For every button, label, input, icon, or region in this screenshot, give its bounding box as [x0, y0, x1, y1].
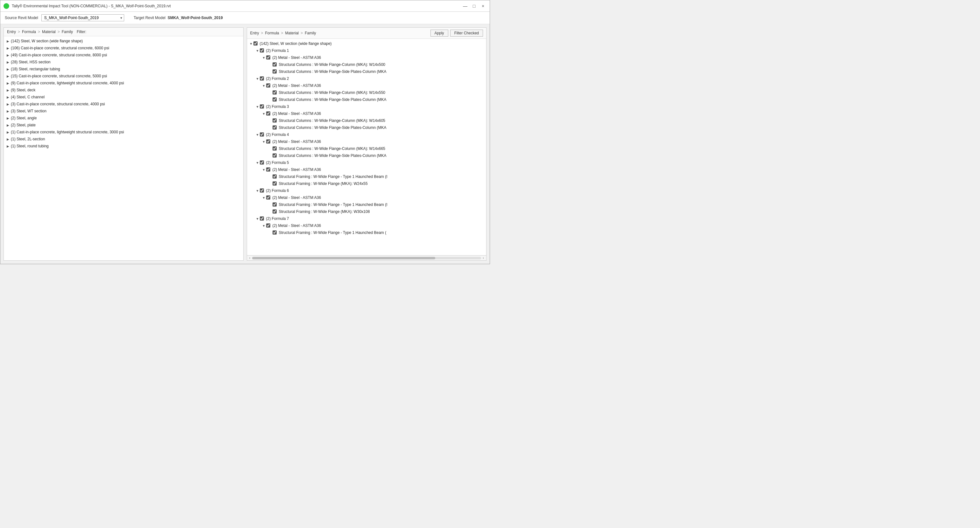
list-item[interactable]: ▼(2) Formula 2 [247, 75, 487, 82]
tree-arrow-icon[interactable]: ▶ [6, 66, 10, 72]
horizontal-scrollbar[interactable]: ‹ › [247, 255, 487, 260]
list-item[interactable]: ▼(2) Metal - Steel - ASTM A36 [247, 82, 487, 89]
tree-checkbox[interactable] [260, 188, 264, 192]
scroll-left-arrow[interactable]: ‹ [248, 256, 252, 260]
list-item[interactable]: ▼(2) Formula 4 [247, 131, 487, 138]
list-item[interactable]: ▶(4) Steel, C channel [4, 94, 243, 100]
tree-arrow-icon[interactable]: ▶ [6, 94, 10, 100]
tree-checkbox[interactable] [272, 62, 277, 67]
tree-checkbox[interactable] [272, 69, 277, 73]
list-item[interactable]: ▼(2) Metal - Steel - ASTM A36 [247, 166, 487, 173]
tree-arrow-icon[interactable]: ▼ [262, 111, 266, 116]
tree-checkbox[interactable] [266, 167, 270, 172]
list-item[interactable]: Structural Framing : W-Wide Flange - Typ… [247, 229, 487, 236]
tree-arrow-icon[interactable]: ▶ [6, 73, 10, 79]
list-item[interactable]: Structural Framing : W-Wide Flange - Typ… [247, 201, 487, 208]
list-item[interactable]: ▼(2) Metal - Steel - ASTM A36 [247, 194, 487, 201]
list-item[interactable]: Structural Framing : W-Wide Flange - Typ… [247, 173, 487, 180]
source-model-dropdown[interactable]: S_MKA_Wolf-Point-South_2019 [41, 14, 124, 21]
tree-arrow-icon[interactable]: ▶ [6, 136, 10, 142]
tree-arrow-icon[interactable]: ▶ [6, 122, 10, 128]
tree-checkbox[interactable] [272, 210, 277, 213]
tree-arrow-icon[interactable]: ▼ [255, 160, 260, 165]
tree-arrow-icon[interactable]: ▶ [6, 52, 10, 58]
tree-checkbox[interactable] [272, 97, 277, 102]
list-item[interactable]: Structural Columns : W-Wide Flange-Side … [247, 96, 487, 103]
list-item[interactable]: ▼(142) Steel, W section (wide flange sha… [247, 40, 487, 47]
tree-checkbox[interactable] [260, 216, 264, 221]
list-item[interactable]: ▼(2) Metal - Steel - ASTM A36 [247, 222, 487, 229]
tree-arrow-icon[interactable]: ▼ [255, 104, 260, 110]
close-button[interactable]: × [479, 3, 487, 10]
list-item[interactable]: Structural Columns : W-Wide Flange-Colum… [247, 89, 487, 96]
tree-arrow-icon[interactable]: ▶ [6, 45, 10, 51]
tree-arrow-icon[interactable]: ▼ [262, 195, 266, 200]
tree-arrow-icon[interactable]: ▼ [255, 216, 260, 221]
tree-arrow-icon[interactable]: ▼ [255, 48, 260, 54]
list-item[interactable]: ▶(3) Steel, WT section [4, 108, 243, 115]
apply-button[interactable]: Apply [430, 30, 448, 37]
list-item[interactable]: ▶(28) Steel, HSS section [4, 59, 243, 65]
tree-arrow-icon[interactable]: ▼ [262, 55, 266, 60]
tree-checkbox[interactable] [260, 48, 264, 52]
tree-checkbox[interactable] [266, 139, 270, 143]
scrollbar-track[interactable] [252, 257, 481, 259]
tree-checkbox[interactable] [272, 91, 277, 94]
list-item[interactable]: ▶(142) Steel, W section (wide flange sha… [4, 38, 243, 45]
tree-arrow-icon[interactable]: ▼ [262, 139, 266, 145]
maximize-button[interactable]: □ [471, 3, 477, 10]
list-item[interactable]: ▼(2) Metal - Steel - ASTM A36 [247, 138, 487, 145]
list-item[interactable]: ▼(2) Formula 1 [247, 47, 487, 54]
tree-checkbox[interactable] [260, 76, 264, 81]
scroll-right-arrow[interactable]: › [481, 256, 485, 260]
list-item[interactable]: ▼(2) Formula 6 [247, 187, 487, 194]
list-item[interactable]: ▶(2) Steel, angle [4, 115, 243, 122]
list-item[interactable]: Structural Columns : W-Wide Flange-Side … [247, 68, 487, 75]
tree-arrow-icon[interactable]: ▶ [6, 80, 10, 86]
tree-arrow-icon[interactable]: ▼ [249, 41, 253, 46]
tree-checkbox[interactable] [266, 196, 270, 200]
minimize-button[interactable]: — [462, 3, 469, 10]
tree-checkbox[interactable] [260, 104, 264, 108]
tree-arrow-icon[interactable]: ▶ [6, 87, 10, 93]
tree-checkbox[interactable] [272, 153, 277, 157]
tree-checkbox[interactable] [266, 56, 270, 59]
scrollbar-thumb[interactable] [252, 257, 436, 259]
list-item[interactable]: ▼(2) Formula 5 [247, 159, 487, 166]
tree-arrow-icon[interactable]: ▼ [262, 223, 266, 229]
tree-arrow-icon[interactable]: ▼ [255, 76, 260, 81]
list-item[interactable]: Structural Columns : W-Wide Flange-Colum… [247, 117, 487, 124]
list-item[interactable]: ▼(2) Metal - Steel - ASTM A36 [247, 54, 487, 61]
tree-checkbox[interactable] [272, 118, 277, 122]
tree-checkbox[interactable] [266, 83, 270, 87]
tree-arrow-icon[interactable]: ▶ [6, 108, 10, 114]
tree-arrow-icon[interactable]: ▶ [6, 59, 10, 65]
tree-arrow-icon[interactable]: ▼ [255, 188, 260, 194]
list-item[interactable]: ▶(18) Steel, rectangular tubing [4, 65, 243, 73]
tree-checkbox[interactable] [266, 223, 270, 227]
left-tree[interactable]: ▶(142) Steel, W section (wide flange sha… [4, 36, 243, 260]
tree-checkbox[interactable] [272, 174, 277, 178]
tree-checkbox[interactable] [272, 181, 277, 186]
list-item[interactable]: ▶(2) Steel, plate [4, 122, 243, 129]
tree-arrow-icon[interactable]: ▼ [262, 83, 266, 89]
list-item[interactable]: ▶(9) Steel, deck [4, 87, 243, 94]
tree-arrow-icon[interactable]: ▶ [6, 143, 10, 149]
tree-checkbox[interactable] [272, 202, 277, 207]
tree-checkbox[interactable] [272, 126, 277, 130]
tree-arrow-icon[interactable]: ▼ [255, 132, 260, 137]
tree-arrow-icon[interactable]: ▶ [6, 38, 10, 44]
tree-checkbox[interactable] [253, 41, 258, 46]
list-item[interactable]: Structural Framing : W-Wide Flange (MKA)… [247, 208, 487, 215]
list-item[interactable]: Structural Columns : W-Wide Flange-Colum… [247, 61, 487, 68]
tree-checkbox[interactable] [266, 111, 270, 116]
filter-checked-button[interactable]: Filter Checked [450, 30, 483, 37]
list-item[interactable]: ▶(106) Cast-in-place concrete, structura… [4, 45, 243, 52]
list-item[interactable]: ▶(3) Cast-in-place concrete, structural … [4, 100, 243, 108]
list-item[interactable]: ▶(49) Cast-in-place concrete, structural… [4, 52, 243, 59]
right-tree[interactable]: ▼(142) Steel, W section (wide flange sha… [247, 39, 487, 255]
list-item[interactable]: Structural Framing : W-Wide Flange (MKA)… [247, 180, 487, 187]
tree-checkbox[interactable] [260, 161, 264, 165]
list-item[interactable]: Structural Columns : W-Wide Flange-Side … [247, 124, 487, 131]
tree-arrow-icon[interactable]: ▶ [6, 129, 10, 135]
